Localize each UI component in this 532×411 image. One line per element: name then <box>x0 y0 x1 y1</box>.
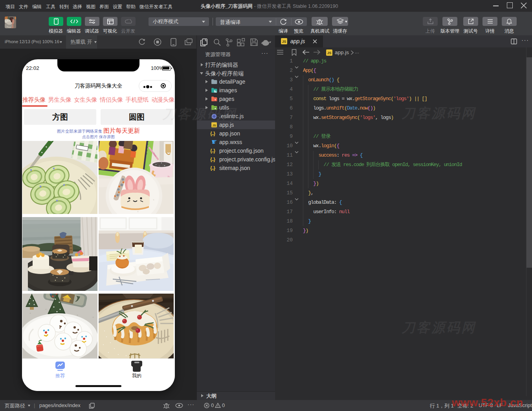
svg-text:JS: JS <box>212 124 216 127</box>
